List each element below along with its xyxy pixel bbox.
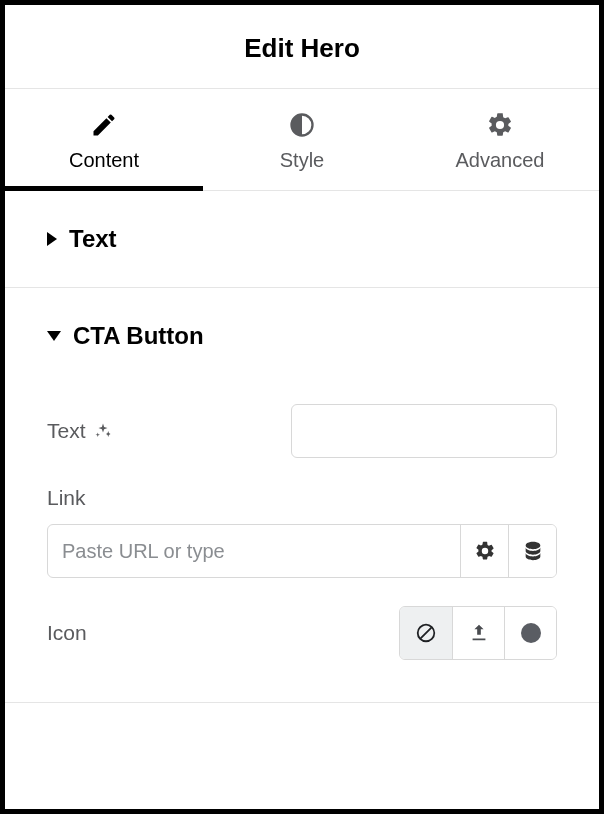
chevron-right-icon [47, 232, 57, 246]
field-link-label: Link [47, 486, 557, 510]
field-text: Text [47, 404, 557, 458]
icon-toggle-group [399, 606, 557, 660]
gear-icon [474, 540, 496, 562]
contrast-icon [288, 111, 316, 139]
icon-library-button[interactable] [504, 607, 556, 659]
link-dynamic-button[interactable] [508, 525, 556, 577]
link-input-group [47, 524, 557, 578]
section-text: Text [5, 191, 599, 288]
sparkle-icon [94, 422, 112, 440]
text-input-group [291, 404, 557, 458]
tab-advanced[interactable]: Advanced [401, 89, 599, 190]
tab-style-label: Style [280, 149, 324, 172]
icon-upload-button[interactable] [452, 607, 504, 659]
tab-style[interactable]: Style [203, 89, 401, 190]
pencil-icon [90, 111, 118, 139]
tab-bar: Content Style Advanced [5, 89, 599, 191]
field-text-label: Text [47, 419, 86, 443]
database-icon [522, 540, 544, 562]
panel-header: Edit Hero [5, 5, 599, 89]
field-icon-label: Icon [47, 621, 87, 645]
tab-content[interactable]: Content [5, 89, 203, 190]
panel-title: Edit Hero [5, 33, 599, 64]
gear-icon [486, 111, 514, 139]
link-options-button[interactable] [460, 525, 508, 577]
field-link: Link [47, 486, 557, 578]
icon-none-button[interactable] [400, 607, 452, 659]
section-text-title: Text [69, 225, 117, 253]
editor-panel: Edit Hero Content Style Advanced Text [0, 0, 604, 814]
chevron-down-icon [47, 331, 61, 341]
section-cta-header[interactable]: CTA Button [5, 288, 599, 384]
circle-icon [521, 623, 541, 643]
field-text-label-wrap: Text [47, 419, 112, 443]
section-cta-button: CTA Button Text Link [5, 288, 599, 703]
link-input[interactable] [48, 525, 460, 577]
sections-container: Text CTA Button Text [5, 191, 599, 809]
tab-advanced-label: Advanced [456, 149, 545, 172]
text-input[interactable] [292, 405, 557, 457]
section-text-header[interactable]: Text [5, 191, 599, 287]
field-icon: Icon [47, 606, 557, 660]
section-cta-body: Text Link [5, 404, 599, 702]
tab-content-label: Content [69, 149, 139, 172]
upload-icon [468, 622, 490, 644]
section-cta-title: CTA Button [73, 322, 204, 350]
none-icon [415, 622, 437, 644]
